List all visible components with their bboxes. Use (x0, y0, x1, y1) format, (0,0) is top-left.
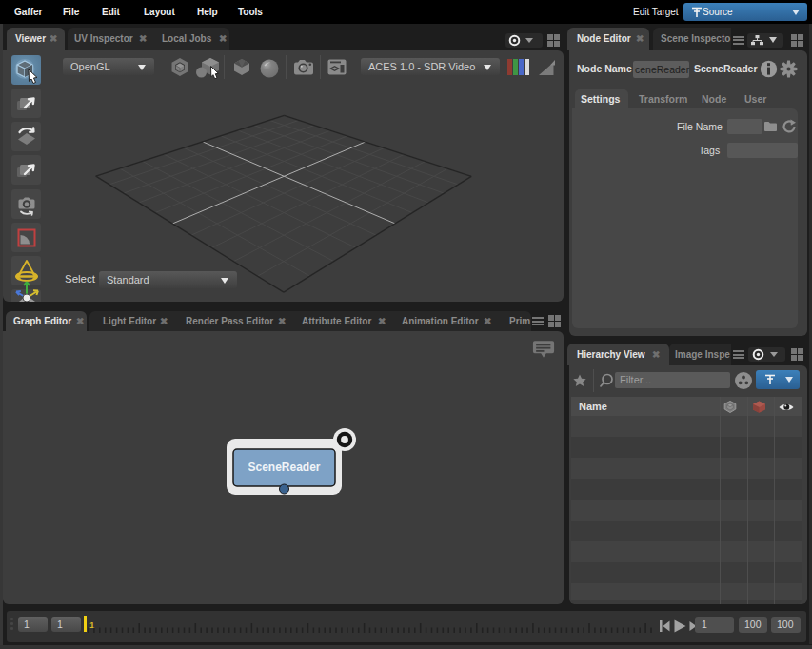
svg-text:SceneReader: SceneReader (248, 461, 320, 474)
